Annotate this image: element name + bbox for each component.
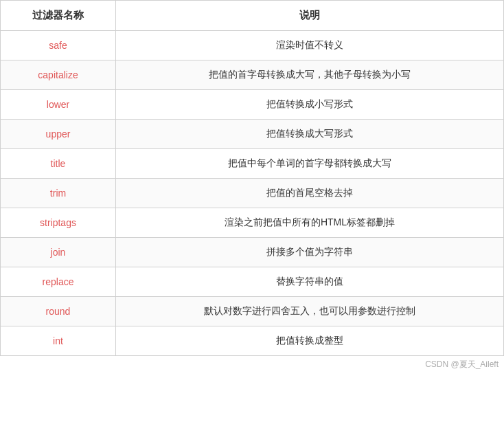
table-row: upper把值转换成大写形式 (1, 120, 504, 149)
filter-desc: 把值转换成小写形式 (116, 90, 504, 120)
table-row: striptags渲染之前把值中所有的HTML标签都删掉 (1, 208, 504, 238)
filter-desc: 把值转换成大写形式 (116, 120, 504, 149)
filter-desc: 把值的首尾空格去掉 (116, 179, 504, 208)
filter-desc: 默认对数字进行四舍五入，也可以用参数进行控制 (116, 297, 504, 326)
filter-desc: 把值中每个单词的首字母都转换成大写 (116, 149, 504, 179)
filter-name: upper (1, 120, 116, 149)
table-row: lower把值转换成小写形式 (1, 90, 504, 120)
header-name: 过滤器名称 (1, 1, 116, 31)
header-desc: 说明 (116, 1, 504, 31)
filter-table: 过滤器名称 说明 safe渲染时值不转义capitalize把值的首字母转换成大… (0, 0, 504, 356)
filter-desc: 拼接多个值为字符串 (116, 238, 504, 267)
filter-name: lower (1, 90, 116, 120)
table-row: title把值中每个单词的首字母都转换成大写 (1, 149, 504, 179)
watermark: CSDN @夏天_Aileft (0, 356, 504, 373)
table-row: safe渲染时值不转义 (1, 31, 504, 60)
filter-name: replace (1, 267, 116, 297)
filter-desc: 把值转换成整型 (116, 326, 504, 356)
table-row: join拼接多个值为字符串 (1, 238, 504, 267)
filter-name: title (1, 149, 116, 179)
filter-name: trim (1, 179, 116, 208)
filter-name: int (1, 326, 116, 356)
table-row: replace替换字符串的值 (1, 267, 504, 297)
filter-name: safe (1, 31, 116, 60)
filter-desc: 渲染时值不转义 (116, 31, 504, 60)
filter-desc: 把值的首字母转换成大写，其他子母转换为小写 (116, 60, 504, 90)
filter-name: round (1, 297, 116, 326)
filter-desc: 渲染之前把值中所有的HTML标签都删掉 (116, 208, 504, 238)
filter-desc: 替换字符串的值 (116, 267, 504, 297)
table-row: int把值转换成整型 (1, 326, 504, 356)
filter-name: striptags (1, 208, 116, 238)
table-row: trim把值的首尾空格去掉 (1, 179, 504, 208)
filter-name: capitalize (1, 60, 116, 90)
filter-name: join (1, 238, 116, 267)
table-row: round默认对数字进行四舍五入，也可以用参数进行控制 (1, 297, 504, 326)
table-row: capitalize把值的首字母转换成大写，其他子母转换为小写 (1, 60, 504, 90)
